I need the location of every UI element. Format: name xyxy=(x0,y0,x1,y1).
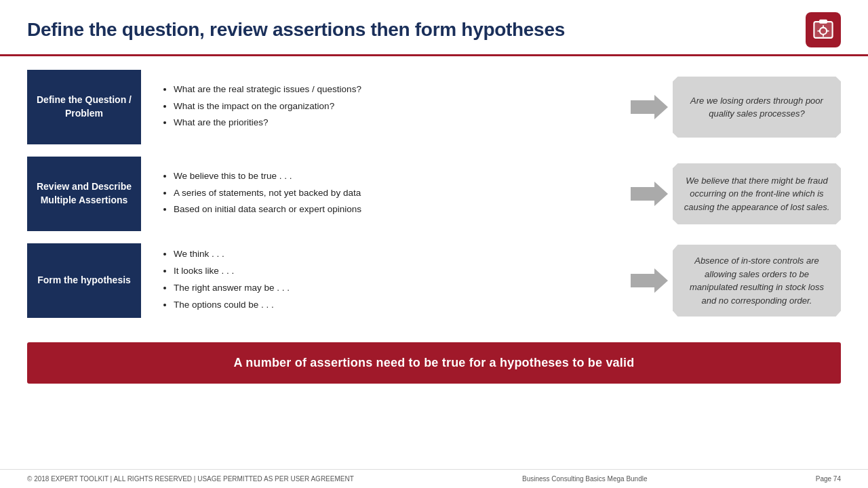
row-review: Review and Describe Multiple AssertionsW… xyxy=(27,157,841,231)
footer-left: © 2018 EXPERT TOOLKIT | ALL RIGHTS RESER… xyxy=(27,475,354,483)
row-define: Define the Question / ProblemWhat are th… xyxy=(27,70,841,144)
result-box-review: We believe that there might be fraud occ… xyxy=(673,163,841,224)
list-item: We believe this to be true . . . xyxy=(174,169,612,184)
bottom-banner: A number of assertions need to be true f… xyxy=(27,342,841,384)
result-box-hypothesis: Absence of in-store controls are allowin… xyxy=(673,245,841,317)
logo-icon xyxy=(806,12,841,47)
list-item: What are the real strategic issues / que… xyxy=(174,82,612,98)
footer-center: Business Consulting Basics Mega Bundle xyxy=(522,475,648,483)
list-item: We think . . . xyxy=(174,247,612,262)
bullet-list-hypothesis: We think . . .It looks like . . .The rig… xyxy=(141,247,625,314)
list-item: The options could be . . . xyxy=(174,298,612,313)
svg-marker-10 xyxy=(631,268,668,293)
list-item: A series of statements, not yet backed b… xyxy=(174,186,612,201)
list-item: What are the priorities? xyxy=(174,115,612,131)
main-content: Define the Question / ProblemWhat are th… xyxy=(0,56,868,337)
bullet-list-define: What are the real strategic issues / que… xyxy=(141,82,625,133)
svg-marker-8 xyxy=(631,95,668,119)
arrow-review xyxy=(625,180,673,207)
svg-marker-9 xyxy=(631,182,668,206)
arrow-hypothesis xyxy=(625,267,673,294)
step-box-define: Define the Question / Problem xyxy=(27,70,141,144)
arrow-define xyxy=(625,94,673,121)
result-box-define: Are we losing orders through poor qualit… xyxy=(673,77,841,138)
svg-rect-2 xyxy=(819,20,827,24)
step-box-hypothesis: Form the hypothesis xyxy=(27,243,141,318)
list-item: The right answer may be . . . xyxy=(174,281,612,296)
step-box-review: Review and Describe Multiple Assertions xyxy=(27,157,141,231)
list-item: Based on initial data search or expert o… xyxy=(174,202,612,218)
list-item: What is the impact on the organization? xyxy=(174,99,612,115)
list-item: It looks like . . . xyxy=(174,264,612,279)
row-hypothesis: Form the hypothesisWe think . . .It look… xyxy=(27,243,841,318)
header: Define the question, review assertions t… xyxy=(0,0,868,56)
footer-right: Page 74 xyxy=(816,475,841,483)
page-title: Define the question, review assertions t… xyxy=(27,19,565,41)
bottom-banner-text: A number of assertions need to be true f… xyxy=(234,356,635,369)
bullet-list-review: We believe this to be true . . .A series… xyxy=(141,169,625,220)
footer: © 2018 EXPERT TOOLKIT | ALL RIGHTS RESER… xyxy=(0,469,868,488)
